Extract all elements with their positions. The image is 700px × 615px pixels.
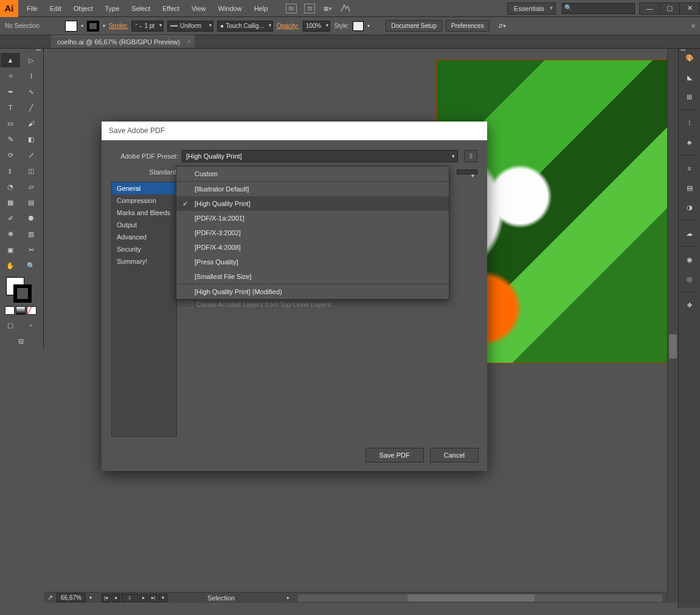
change-screen-mode[interactable]: ▫ <box>21 318 41 332</box>
none-mode[interactable]: ╱ <box>27 306 36 315</box>
preset-option-default[interactable]: [Illustrator Default] <box>176 181 449 196</box>
zoom-level[interactable]: 66,67% <box>57 593 86 602</box>
maximize-button[interactable]: ▢ <box>659 2 680 15</box>
close-tab-icon[interactable]: × <box>187 38 191 45</box>
menu-window[interactable]: Window <box>212 1 248 16</box>
gradient-panel-icon[interactable]: ▤ <box>683 181 696 194</box>
pen-tool[interactable]: ✒ <box>1 84 20 99</box>
cat-output[interactable]: Output <box>112 219 176 231</box>
direct-selection-tool[interactable]: ▷ <box>21 53 41 67</box>
vertical-scrollbar[interactable] <box>667 49 678 603</box>
stroke-profile[interactable]: ━━ Uniform <box>167 21 213 32</box>
color-panel-icon[interactable]: 🎨 <box>683 51 696 64</box>
slice-tool[interactable]: ✂ <box>21 242 41 257</box>
lasso-tool[interactable]: ⌇ <box>21 69 41 83</box>
zoom-tool[interactable]: 🔍 <box>21 258 41 273</box>
fill-stroke-control[interactable] <box>6 277 33 304</box>
preset-option-x4[interactable]: [PDF/X-4:2008] <box>176 240 449 255</box>
shaper-tool[interactable]: ✎ <box>1 132 20 146</box>
document-setup-button[interactable]: Document Setup <box>386 20 442 32</box>
menu-effect[interactable]: Effect <box>156 1 185 16</box>
screen-mode[interactable]: ▢ <box>1 318 20 332</box>
line-tool[interactable]: ╱ <box>21 100 41 115</box>
artboard-list[interactable]: ▾ <box>159 594 167 602</box>
layers-panel-icon[interactable]: ❖ <box>683 298 696 312</box>
bridge-icon[interactable]: Br <box>286 4 297 13</box>
graph-tool[interactable]: ▥ <box>21 227 41 241</box>
stroke-label[interactable]: Stroke: <box>109 22 128 29</box>
edit-toolbar[interactable]: ⊟ <box>1 334 41 348</box>
document-tab[interactable]: coelho.ai @ 66,67% (RGB/GPU Preview) × <box>51 35 195 48</box>
gradient-mode[interactable] <box>16 306 26 315</box>
blend-tool[interactable]: ⚉ <box>21 211 41 225</box>
menu-object[interactable]: Object <box>68 1 99 16</box>
last-artboard[interactable]: ▸| <box>149 594 158 602</box>
search-input[interactable] <box>562 3 635 14</box>
width-tool[interactable]: ⫿ <box>1 163 20 178</box>
brushes-panel-icon[interactable]: ⫶ <box>683 116 696 129</box>
perspective-tool[interactable]: ▱ <box>21 179 41 194</box>
menu-select[interactable]: Select <box>125 1 156 16</box>
opacity-label[interactable]: Opacity: <box>277 22 299 29</box>
align-icon[interactable]: ⇵▾ <box>498 22 506 29</box>
cat-marks[interactable]: Marks and Bleeds <box>112 207 176 219</box>
color-mode[interactable] <box>5 306 15 315</box>
curvature-tool[interactable]: ∿ <box>21 84 41 99</box>
libraries-panel-icon[interactable]: ☁ <box>683 227 696 240</box>
symbol-sprayer-tool[interactable]: ❋ <box>1 227 20 241</box>
preset-option-modified[interactable]: [High Quality Print] (Modified) <box>176 284 449 299</box>
hand-tool[interactable]: ✋ <box>1 258 20 273</box>
cat-compression[interactable]: Compression <box>112 194 176 207</box>
cat-security[interactable]: Security <box>112 243 176 255</box>
stroke-panel-icon[interactable]: ≡ <box>683 162 696 175</box>
cat-advanced[interactable]: Advanced <box>112 231 176 243</box>
menu-type[interactable]: Type <box>99 1 126 16</box>
free-transform-tool[interactable]: ◫ <box>21 163 41 178</box>
rectangle-tool[interactable]: ▭ <box>1 116 20 131</box>
transparency-panel-icon[interactable]: ◑ <box>683 201 696 214</box>
menu-edit[interactable]: Edit <box>44 1 68 16</box>
eyedropper-tool[interactable]: ✐ <box>1 211 20 225</box>
artboard-number[interactable]: 1 <box>121 594 138 602</box>
save-pdf-button[interactable]: Save PDF <box>366 448 424 462</box>
paintbrush-tool[interactable]: 🖌 <box>21 116 41 131</box>
status-menu-icon[interactable]: ▸ <box>287 595 289 600</box>
horizontal-scrollbar[interactable] <box>298 594 662 602</box>
gradient-tool[interactable]: ▤ <box>21 195 41 210</box>
preset-option-press[interactable]: [Press Quality] <box>176 255 449 269</box>
swatches-panel-icon[interactable]: ⊞ <box>683 90 696 103</box>
shape-builder-tool[interactable]: ◔ <box>1 179 20 194</box>
opacity-value[interactable]: 100% <box>303 21 331 32</box>
eraser-tool[interactable]: ◧ <box>21 132 41 146</box>
mesh-tool[interactable]: ▦ <box>1 195 20 210</box>
menu-help[interactable]: Help <box>248 1 274 16</box>
first-artboard[interactable]: |◂ <box>102 594 110 602</box>
magic-wand-tool[interactable]: ✧ <box>1 69 20 83</box>
minimize-button[interactable]: — <box>639 2 660 15</box>
close-button[interactable]: ✕ <box>679 2 700 15</box>
preferences-button[interactable]: Preferences <box>446 20 490 32</box>
menu-view[interactable]: View <box>185 1 212 16</box>
stroke-weight[interactable]: ⌃⌄1 pt <box>131 21 164 32</box>
fill-swatch[interactable] <box>65 21 77 32</box>
preset-option-x1a[interactable]: [PDF/X-1a:2001] <box>176 211 449 225</box>
symbols-panel-icon[interactable]: ♣ <box>683 136 696 149</box>
graphic-styles-panel-icon[interactable]: ◎ <box>683 272 696 286</box>
cancel-button[interactable]: Cancel <box>430 448 479 462</box>
stock-icon[interactable]: St <box>304 4 315 13</box>
graphic-style[interactable] <box>353 21 364 31</box>
cat-summary[interactable]: Summary! <box>112 255 176 267</box>
appearance-panel-icon[interactable]: ◉ <box>683 253 696 266</box>
prev-artboard[interactable]: ◂ <box>111 594 120 602</box>
workspace-switcher[interactable]: Essentials <box>507 2 556 15</box>
preset-option-x3[interactable]: [PDF/X-3:2002] <box>176 225 449 240</box>
next-artboard[interactable]: ▸ <box>139 594 148 602</box>
gpu-icon[interactable] <box>341 4 352 13</box>
preset-option-hqprint[interactable]: [High Quality Print] <box>176 196 449 211</box>
compatibility-combo[interactable] <box>457 170 477 174</box>
menu-file[interactable]: File <box>21 1 44 16</box>
type-tool[interactable]: T <box>1 100 20 115</box>
brush-definition[interactable]: ● Touch Callig... <box>217 21 273 32</box>
preset-combo[interactable]: [High Quality Print] <box>182 150 458 162</box>
stroke-swatch[interactable] <box>87 21 99 32</box>
